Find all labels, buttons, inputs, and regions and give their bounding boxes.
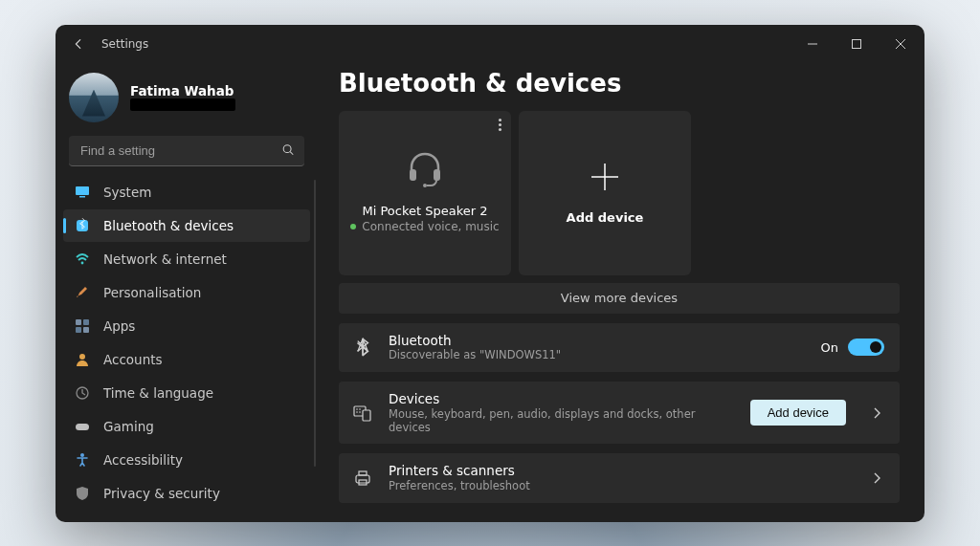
search-input[interactable] bbox=[69, 136, 304, 166]
svg-point-28 bbox=[359, 411, 361, 413]
printers-row-title: Printers & scanners bbox=[389, 463, 846, 479]
svg-rect-1 bbox=[853, 39, 861, 48]
device-status: Connected voice, music bbox=[350, 220, 499, 233]
svg-point-4 bbox=[283, 144, 291, 152]
printer-icon bbox=[352, 469, 373, 488]
svg-rect-13 bbox=[83, 327, 89, 333]
nav-label: Apps bbox=[103, 318, 135, 334]
plus-icon bbox=[589, 161, 621, 197]
device-cards-row: Mi Pocket Speaker 2 Connected voice, mus… bbox=[339, 111, 900, 275]
svg-rect-18 bbox=[410, 169, 416, 181]
nav-item-gaming[interactable]: Gaming bbox=[63, 410, 310, 443]
bluetooth-toggle-wrap: On bbox=[821, 339, 884, 356]
svg-rect-11 bbox=[83, 319, 89, 325]
minimize-button[interactable] bbox=[791, 25, 835, 63]
bluetooth-row-title: Bluetooth bbox=[389, 333, 806, 349]
device-card[interactable]: Mi Pocket Speaker 2 Connected voice, mus… bbox=[339, 111, 511, 275]
nav-list: System Bluetooth & devices Network & int… bbox=[63, 176, 310, 510]
svg-point-9 bbox=[81, 261, 84, 264]
titlebar: Settings bbox=[56, 25, 924, 63]
svg-point-27 bbox=[356, 411, 358, 413]
svg-line-5 bbox=[290, 151, 293, 154]
svg-rect-6 bbox=[76, 186, 89, 195]
window-title: Settings bbox=[101, 37, 148, 51]
main-panel: Bluetooth & devices Mi Pocket Speaker 2 bbox=[318, 63, 924, 522]
brush-icon bbox=[75, 285, 90, 300]
apps-icon bbox=[75, 318, 90, 334]
nav-scrollbar[interactable] bbox=[314, 180, 316, 467]
device-status-text: Connected voice, music bbox=[362, 220, 499, 233]
person-icon bbox=[75, 352, 90, 367]
profile-block[interactable]: Fatima Wahab bbox=[63, 67, 310, 136]
svg-point-20 bbox=[423, 184, 427, 187]
nav-item-personalisation[interactable]: Personalisation bbox=[63, 276, 310, 309]
wifi-icon bbox=[75, 251, 90, 267]
nav-label: Accounts bbox=[103, 352, 163, 367]
avatar bbox=[69, 73, 119, 122]
nav-item-privacy-security[interactable]: Privacy & security bbox=[63, 477, 310, 510]
globe-clock-icon bbox=[75, 385, 90, 401]
headset-icon bbox=[402, 144, 448, 194]
nav-label: Gaming bbox=[103, 419, 154, 434]
devices-row-title: Devices bbox=[389, 391, 735, 407]
nav-item-bluetooth-devices[interactable]: Bluetooth & devices bbox=[63, 209, 310, 242]
svg-rect-16 bbox=[76, 424, 89, 430]
bluetooth-toggle-row: Bluetooth Discoverable as "WINDOWS11" On bbox=[339, 323, 900, 372]
printers-row[interactable]: Printers & scanners Preferences, trouble… bbox=[339, 453, 900, 502]
profile-email-redacted bbox=[130, 98, 235, 111]
nav-label: Bluetooth & devices bbox=[103, 218, 234, 233]
bluetooth-row-subtitle: Discoverable as "WINDOWS11" bbox=[389, 348, 806, 361]
settings-window: Settings Fatima Wahab bbox=[56, 25, 924, 522]
svg-rect-24 bbox=[363, 410, 370, 421]
add-device-card[interactable]: Add device bbox=[519, 111, 691, 275]
chevron-right-icon bbox=[869, 470, 884, 486]
window-controls bbox=[791, 25, 923, 63]
nav-label: Privacy & security bbox=[103, 486, 220, 501]
devices-row-subtitle: Mouse, keyboard, pen, audio, displays an… bbox=[389, 407, 735, 435]
view-more-label: View more devices bbox=[561, 291, 678, 305]
profile-text: Fatima Wahab bbox=[130, 83, 235, 112]
nav-item-accessibility[interactable]: Accessibility bbox=[63, 444, 310, 476]
nav-label: Personalisation bbox=[103, 285, 201, 300]
nav-label: Network & internet bbox=[103, 251, 227, 267]
nav-label: System bbox=[103, 185, 151, 200]
profile-name: Fatima Wahab bbox=[130, 83, 235, 99]
add-device-label: Add device bbox=[567, 210, 644, 225]
chevron-right-icon bbox=[869, 405, 884, 421]
monitor-icon bbox=[75, 185, 90, 200]
devices-row-texts: Devices Mouse, keyboard, pen, audio, dis… bbox=[389, 391, 735, 435]
bluetooth-row-texts: Bluetooth Discoverable as "WINDOWS11" bbox=[389, 333, 806, 362]
nav-item-accounts[interactable]: Accounts bbox=[63, 343, 310, 376]
device-card-menu-button[interactable] bbox=[499, 119, 501, 131]
svg-rect-30 bbox=[359, 471, 367, 475]
view-more-devices-button[interactable]: View more devices bbox=[339, 283, 900, 314]
close-button[interactable] bbox=[879, 25, 923, 63]
svg-point-26 bbox=[359, 408, 361, 410]
svg-rect-12 bbox=[76, 327, 81, 333]
accessibility-icon bbox=[75, 452, 90, 468]
nav-item-network[interactable]: Network & internet bbox=[63, 243, 310, 275]
bluetooth-toggle[interactable] bbox=[848, 339, 884, 356]
nav-item-time-language[interactable]: Time & language bbox=[63, 377, 310, 409]
bluetooth-row-icon bbox=[352, 337, 373, 358]
devices-row[interactable]: Devices Mouse, keyboard, pen, audio, dis… bbox=[339, 382, 900, 445]
nav-item-system[interactable]: System bbox=[63, 176, 310, 208]
printers-row-texts: Printers & scanners Preferences, trouble… bbox=[389, 463, 846, 492]
maximize-button[interactable] bbox=[835, 25, 879, 63]
svg-rect-10 bbox=[76, 319, 81, 325]
svg-rect-29 bbox=[356, 475, 369, 483]
svg-point-25 bbox=[356, 408, 358, 410]
svg-rect-19 bbox=[434, 169, 440, 181]
nav-label: Time & language bbox=[103, 385, 213, 401]
nav-item-apps[interactable]: Apps bbox=[63, 310, 310, 342]
back-button[interactable] bbox=[71, 36, 86, 52]
page-title: Bluetooth & devices bbox=[339, 69, 900, 98]
svg-point-17 bbox=[80, 453, 84, 457]
bluetooth-icon bbox=[75, 218, 90, 233]
content: Fatima Wahab System Bluetooth & d bbox=[56, 63, 924, 522]
search-icon bbox=[281, 142, 295, 160]
printers-row-subtitle: Preferences, troubleshoot bbox=[389, 479, 846, 492]
add-device-button[interactable]: Add device bbox=[750, 400, 846, 426]
devices-row-icon bbox=[352, 404, 373, 423]
gamepad-icon bbox=[75, 419, 90, 434]
